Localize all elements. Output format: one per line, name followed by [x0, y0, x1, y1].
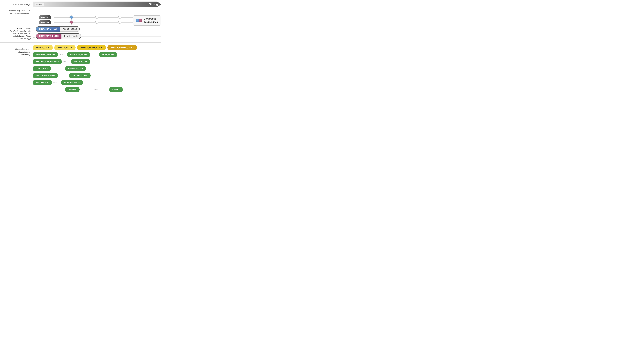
hal-h1-circle2[interactable] [118, 21, 121, 24]
composed-dots [136, 19, 142, 22]
primitive-rows: PRIMITIVE_TICK float scale PRIMITIVE_CLI… [32, 26, 161, 41]
primitive-label: Haptic Constants(amplitude varies by sca… [0, 26, 32, 40]
context-click-button[interactable]: CONTEXT_CLICK [69, 73, 91, 78]
pair-label-1: Pair [60, 54, 62, 56]
effect-double-click-button[interactable]: EFFECT_DOUBLE_CLICK [108, 45, 137, 50]
primitive-click-param: float scale [62, 34, 81, 39]
primitive-click-pill[interactable]: PRIMITIVE_CLICK float scale [36, 33, 81, 39]
virtual-key-release-button[interactable]: VIRTUAL_KEY_RELEASE [32, 59, 62, 64]
effect-row-1: EFFECT_TICK EFFECT_CLICK EFFECT_HEAVY_CL… [32, 45, 161, 50]
effects-grid: EFFECT_TICK EFFECT_CLICK EFFECT_HEAVY_CL… [32, 45, 161, 94]
primitive-click-pill-container: PRIMITIVE_CLICK float scale [36, 33, 81, 39]
energy-weak-label: Weak [35, 3, 44, 6]
gesture-end-button[interactable]: GESTURE_END [32, 80, 52, 85]
energy-row: Conceptual energy Weak Strong [0, 2, 161, 7]
keyboard-tap-button[interactable]: KEYBOARD_TAP [65, 66, 86, 71]
text-handle-move-button[interactable]: TEXT_HANDLE_MOVE [32, 73, 58, 78]
hal-h1-label: HAL_H1 [32, 21, 53, 24]
energy-bar-container: Weak Strong [32, 2, 161, 7]
pair-label-3: Pair [54, 82, 56, 84]
long-press-button[interactable]: LONG_PRESS [99, 52, 117, 57]
primitive-tick-pill-container: PRIMITIVE_TICK float scale [36, 26, 80, 32]
keyboard-release-button[interactable]: KEYBOARD_RELEASE [32, 52, 58, 57]
hal-h1-circle1[interactable] [95, 21, 98, 24]
composed-box: Composeddouble click [133, 15, 161, 26]
confirm-button[interactable]: CONFIRM [65, 87, 80, 92]
clock-tick-button[interactable]: CLOCK_TICK [32, 66, 51, 71]
effects-label: Haptic Constants(static discreteamplitud… [0, 45, 32, 56]
primitive-tick-param: float scale [60, 27, 80, 32]
effect-row-3: VIRTUAL_KEY_RELEASE Pair VIRTUAL_KEY [32, 59, 161, 64]
hal-h1-start-dot[interactable]: S [70, 21, 73, 24]
keyboard-press-button[interactable]: KEYBOARD_PRESS [67, 52, 90, 57]
pair-dashes-2 [66, 61, 70, 62]
hal-h0-label: HAL_H0 [32, 16, 53, 19]
primitive-click-circle[interactable] [32, 35, 36, 38]
energy-bar: Weak Strong [32, 2, 161, 7]
hal-h0-pill: HAL_H0 [39, 15, 51, 20]
primitive-click-track [81, 36, 161, 37]
effect-row-5: TEXT_HANDLE_MOVE CONTEXT_CLICK [32, 73, 161, 78]
effect-heavy-click-button[interactable]: EFFECT_HEAVY_CLICK [77, 45, 106, 50]
virtual-key-button[interactable]: VIRTUAL_KEY [71, 59, 90, 64]
primitive-tick-circle[interactable] [32, 28, 36, 31]
hal-h0-start-dot[interactable]: S [70, 16, 73, 19]
composed-label: Composeddouble click [144, 17, 158, 24]
pair-label-2: Pair [63, 61, 66, 63]
primitive-tick-track [80, 29, 161, 29]
hal-h1-pill: HAL_H1 [39, 20, 51, 24]
effect-tick-button[interactable]: EFFECT_TICK [32, 45, 53, 50]
hal-section: HAL_H0 S [0, 15, 161, 25]
energy-label: Conceptual energy [0, 3, 32, 6]
hal-h1-track: S [54, 22, 133, 23]
pair-connector-2: Pair [63, 61, 70, 63]
pair-dashes-1 [63, 54, 66, 55]
main-container: Conceptual energy Weak Strong Waveform b… [0, 0, 161, 95]
effect-row-4: CLOCK_TICK KEYBOARD_TAP [32, 66, 161, 71]
effect-row-7: CONFIRM Pair REJECT [32, 87, 161, 92]
hal-h0-circle1[interactable] [95, 16, 98, 19]
pair-dashes-3 [57, 82, 60, 83]
pair-connector-1: Pair [60, 54, 66, 56]
effect-row-6: GESTURE_END Pair GESTURE_START [32, 80, 161, 85]
primitive-section: Haptic Constants(amplitude varies by sca… [0, 26, 161, 41]
section-divider [0, 43, 161, 43]
waveform-title: Waveform by continuous amplitude scale i… [0, 9, 32, 15]
waveform-title-row: Waveform by continuous amplitude scale i… [0, 9, 161, 15]
hal-h0-circle2[interactable] [118, 16, 121, 19]
reject-button[interactable]: REJECT [109, 87, 123, 92]
cdot-pink [139, 19, 142, 22]
primitive-tick-pill[interactable]: PRIMITIVE_TICK float scale [36, 26, 80, 32]
effect-row-2: KEYBOARD_RELEASE Pair KEYBOARD_PRESS LON… [32, 52, 161, 57]
primitive-tick-name: PRIMITIVE_TICK [36, 27, 60, 32]
hal-h1-slider[interactable]: S [54, 20, 133, 24]
hal-h0-slider[interactable]: S [54, 15, 133, 19]
pair-connector-3: Pair [54, 82, 60, 84]
effects-section: Haptic Constants(static discreteamplitud… [0, 45, 161, 94]
gesture-start-button[interactable]: GESTURE_START [61, 80, 83, 85]
primitive-click-row: PRIMITIVE_CLICK float scale [32, 33, 161, 39]
primitive-click-name: PRIMITIVE_CLICK [36, 34, 62, 39]
energy-strong-label: Strong [149, 3, 158, 6]
effect-click-button[interactable]: EFFECT_CLICK [54, 45, 76, 50]
pair-label-4: Pair [94, 89, 98, 91]
hal-h1-row: HAL_H1 S [32, 20, 133, 24]
hal-h0-track: S [54, 17, 133, 18]
primitive-tick-row: PRIMITIVE_TICK float scale [32, 26, 161, 32]
hal-h0-row: HAL_H0 S [32, 15, 133, 19]
